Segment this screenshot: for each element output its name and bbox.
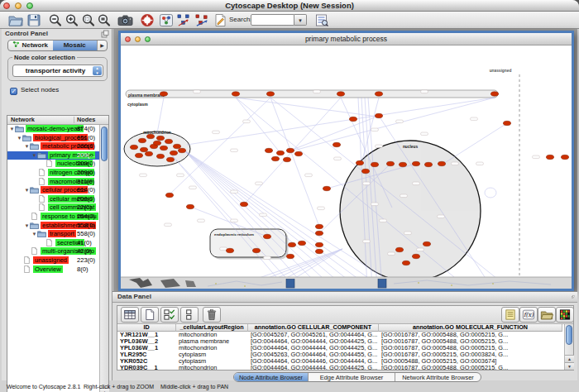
tree-row-4[interactable]: nucleobase-209(0)	[7, 160, 99, 169]
network-canvas[interactable]: plasma membranecytoplasmmitochondrionnuc…	[121, 45, 572, 289]
tree-row-13[interactable]: secretion41(0)	[7, 239, 99, 248]
tree-row-count: 311(0)	[77, 178, 94, 187]
expand-triangle-icon[interactable]: ▼	[24, 186, 30, 195]
node-color-dropdown[interactable]: transporter activity ▲▼	[12, 65, 103, 77]
tree-row-3[interactable]: ▼primary metabo209(...	[7, 151, 99, 160]
annotation-icon[interactable]	[213, 13, 227, 27]
nucleus-label: nucleus	[403, 145, 418, 149]
delete-attribute-icon[interactable]	[203, 307, 221, 323]
help-icon[interactable]	[140, 13, 155, 27]
table-row-0[interactable]: YJR121W__1mitochondrion[GO:0045267, GO:0…	[117, 332, 564, 338]
tree-row-label: Overview	[33, 265, 63, 273]
tree-row-count: 22(0)	[77, 203, 92, 213]
expand-triangle-icon[interactable]: ▼	[17, 134, 22, 143]
unselect-all-attributes-icon[interactable]	[180, 307, 199, 323]
table-row-5[interactable]: YDR039C__1mitochondrion[GO:0044464, GO:0…	[117, 365, 564, 370]
table-cell: cytoplasm	[176, 358, 248, 365]
tree-row-11[interactable]: ▼establishment of lo558(0)	[7, 222, 99, 231]
tree-row-1[interactable]: ▼biological_process651(0)	[7, 134, 99, 143]
table-cell: [GO:0044464, GO:0044444, GO:0044425, G..…	[248, 338, 379, 345]
table-row-2[interactable]: YPL036W__1mitochondrion[GO:0044464, GO:0…	[117, 345, 564, 351]
tree-row-14[interactable]: multi-organism pro42(0)	[7, 247, 99, 256]
select-nodes-checkbox[interactable]: ✓	[10, 88, 17, 95]
function-builder-icon[interactable]: f(x)	[519, 307, 538, 323]
expand-network-icon[interactable]	[194, 13, 209, 27]
tree-row-10[interactable]: response to stimulu264(0)	[7, 213, 99, 222]
tree-row-0[interactable]: ▼mosaic-demo-yeast874(0)	[7, 125, 99, 134]
tree-row-12[interactable]: ▼transport558(0)	[7, 230, 99, 239]
first-neighbors-icon[interactable]	[176, 13, 191, 27]
tree-row-9[interactable]: cell communicat22(0)	[7, 203, 99, 213]
zoom-selected-icon[interactable]	[81, 13, 96, 27]
tree-scrollbar[interactable]: ▲ ▼	[99, 125, 108, 392]
node-color-selection-group: Node color selection transporter activit…	[7, 57, 108, 81]
column-header-0[interactable]: ID	[117, 324, 176, 332]
snapshot-icon[interactable]	[116, 13, 135, 27]
select-all-attributes-icon[interactable]	[160, 307, 179, 323]
tree-row-7[interactable]: ▼cellular process614(0)	[7, 186, 99, 195]
search-input[interactable]	[251, 14, 294, 26]
zoom-fit-icon[interactable]	[97, 13, 112, 27]
table-cell: [GO:0016787, GO:0005488, GO:0005215, G..…	[379, 345, 562, 351]
svg-text:f(x): f(x)	[524, 311, 534, 318]
table-row-4[interactable]: YKR052Ccytoplasm[GO:0044464, GO:0044446,…	[117, 358, 564, 365]
table-cell: mitochondrion	[176, 345, 248, 351]
control-panel-header: Control Panel	[2, 29, 112, 38]
column-header-1[interactable]: _cellularLayoutRegion	[176, 324, 248, 332]
import-table-icon[interactable]	[538, 307, 556, 323]
tree-scrollbar-thumb[interactable]	[101, 127, 108, 161]
save-icon[interactable]	[26, 13, 41, 27]
float-panel-icon[interactable]	[101, 30, 109, 38]
search-options-icon[interactable]	[314, 13, 329, 27]
column-header-3[interactable]: annotation.GO MOLECULAR_FUNCTION	[379, 324, 562, 332]
table-row-1[interactable]: YPL036W__2plasma membrane[GO:0044464, GO…	[117, 338, 564, 345]
tree-row-5[interactable]: nitrogen compo209(0)	[7, 169, 99, 178]
column-header-2[interactable]: annotation.GO CELLULAR_COMPONENT	[248, 324, 379, 332]
tab-overflow-arrow-icon[interactable]: ▶	[97, 41, 107, 50]
tree-column-divider[interactable]	[74, 117, 74, 123]
expand-triangle-icon[interactable]: ▼	[24, 222, 30, 231]
tree-row-count: 874(0)	[77, 125, 95, 134]
background-window-sliver	[121, 277, 572, 289]
expand-triangle-icon[interactable]: ▼	[31, 151, 37, 160]
table-cell: [GO:0016787, GO:0005488, GO:0005215, G..…	[379, 332, 562, 338]
tree-row-8[interactable]: cellular metabo209(0)	[7, 195, 99, 204]
table-scrollbar-thumb[interactable]	[566, 325, 572, 345]
tree-row-16[interactable]: Overview8(0)	[7, 265, 99, 275]
tree-row-15[interactable]: unassigned223(0)	[7, 256, 99, 265]
create-attribute-icon[interactable]	[141, 307, 159, 323]
status-zoom-hint: Right-click + drag to ZOOM	[84, 384, 154, 390]
select-attributes-icon[interactable]	[121, 307, 139, 323]
tree-column-nodes[interactable]: Nodes	[77, 116, 95, 124]
tree-row-count: 42(0)	[77, 247, 92, 256]
tree-row-count: 209(0)	[77, 160, 95, 169]
vizmapper-icon[interactable]	[159, 13, 174, 27]
zoom-in-icon[interactable]	[65, 13, 79, 27]
expand-triangle-icon[interactable]: ▼	[31, 230, 37, 239]
tree-row-count: 223(0)	[77, 256, 95, 265]
attribute-table-header: ID_cellularLayoutRegionannotation.GO CEL…	[117, 324, 564, 332]
tab-network[interactable]: Network	[8, 41, 53, 50]
file-icon	[37, 195, 48, 203]
network-view-window[interactable]: primary metabolic process plasma membran…	[118, 31, 574, 291]
table-scroll-up-icon[interactable]: ▲	[565, 355, 574, 362]
expand-triangle-icon[interactable]: ▼	[24, 142, 30, 151]
search-dropdown-arrow-icon[interactable]: ▾	[294, 14, 307, 26]
tab-mosaic[interactable]: Mosaic	[53, 41, 98, 50]
unassigned-label: unassigned	[490, 69, 512, 73]
open-icon[interactable]	[8, 13, 23, 27]
table-scrollbar[interactable]: ▲ ▼	[564, 324, 573, 370]
zoom-out-icon[interactable]	[48, 13, 63, 27]
table-scroll-down-icon[interactable]: ▼	[565, 362, 574, 370]
file-icon	[37, 169, 48, 177]
table-row-3[interactable]: YLR295Ccytoplasm[GO:0045263, GO:0044464,…	[117, 351, 564, 358]
tree-row-6[interactable]: macromolecule311(0)	[7, 178, 99, 187]
tree-column-network[interactable]: Network	[11, 116, 35, 124]
expand-triangle-icon[interactable]: ▼	[9, 125, 15, 134]
tree-row-label: unassigned	[33, 256, 69, 264]
float-data-panel-icon[interactable]	[567, 293, 575, 301]
tree-row-2[interactable]: ▼metabolic process280(0)	[7, 142, 99, 151]
heatmap-icon[interactable]	[556, 307, 574, 323]
network-window-titlebar[interactable]: primary metabolic process	[121, 33, 572, 45]
notepad-icon[interactable]	[501, 307, 519, 323]
